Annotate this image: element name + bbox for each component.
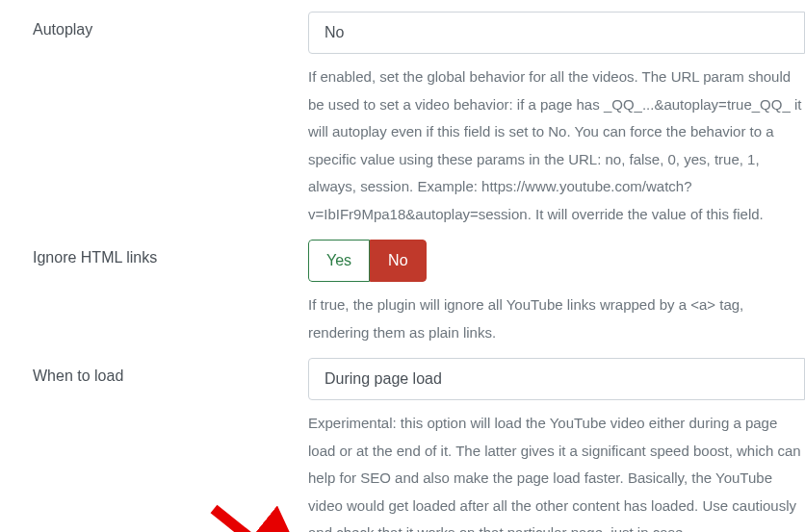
autoplay-select[interactable]: No	[308, 12, 805, 54]
ignore-links-toggle: Yes No	[308, 240, 427, 282]
when-to-load-help: Experimental: this option will load the …	[308, 410, 805, 532]
autoplay-help: If enabled, set the global behavior for …	[308, 63, 805, 228]
ignore-links-no-button[interactable]: No	[370, 240, 426, 282]
ignore-links-label: Ignore HTML links	[0, 240, 308, 266]
autoplay-label: Autoplay	[0, 12, 308, 38]
when-to-load-select[interactable]: During page load	[308, 358, 805, 400]
when-to-load-label: When to load	[0, 358, 308, 385]
ignore-links-yes-button[interactable]: Yes	[308, 240, 370, 282]
ignore-links-help: If true, the plugin will ignore all YouT…	[308, 291, 805, 346]
